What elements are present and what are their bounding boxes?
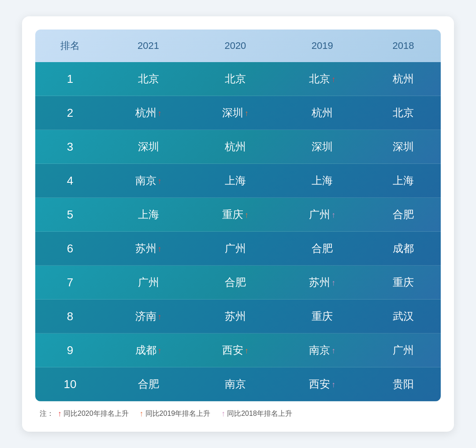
city-cell-y2020: 广州 [192,232,279,266]
col-header-rank: 排名 [35,30,105,62]
table-row: 2杭州↑深圳↑杭州北京 [35,96,441,130]
table-row: 6苏州↑广州合肥成都 [35,232,441,266]
table-row: 9成都↑西安↑南京↑广州 [35,333,441,367]
table-header-row: 排名 2021 2020 2019 2018 [35,30,441,62]
footnote-orange-text: 同比2019年排名上升 [145,409,211,418]
arrow-pink-icon: ↑ [331,380,335,389]
city-cell-y2021: 南京↑ [105,164,192,198]
ranking-table-wrapper: 排名 2021 2020 2019 2018 1北京北京北京↑杭州2杭州↑深圳↑… [35,30,441,401]
arrow-red-icon: ↑ [58,409,62,418]
city-cell-y2021: 济南↑ [105,300,192,333]
arrow-red-icon: ↑ [158,177,162,185]
city-cell-y2020: 合肥 [192,266,279,300]
city-cell-y2018: 杭州 [366,62,441,96]
city-cell-y2019: 南京↑ [279,333,366,367]
rank-cell: 6 [35,232,105,266]
arrow-red-icon: ↑ [158,109,162,118]
city-cell-y2019: 广州↑ [279,198,366,232]
table-row: 3深圳杭州深圳深圳 [35,130,441,164]
city-cell-y2021: 成都↑ [105,333,192,367]
rank-cell: 2 [35,96,105,130]
arrow-orange-icon: ↑ [245,346,249,355]
city-cell-y2019: 重庆 [279,300,366,333]
rank-cell: 1 [35,62,105,96]
arrow-pink-icon: ↑ [331,278,335,287]
city-cell-y2019: 西安↑ [279,367,366,401]
city-cell-y2021: 深圳 [105,130,192,164]
city-cell-y2020: 深圳↑ [192,96,279,130]
city-cell-y2019: 北京↑ [279,62,366,96]
arrow-pink-icon: ↑ [331,346,335,355]
city-cell-y2021: 合肥 [105,367,192,401]
city-cell-y2021: 北京 [105,62,192,96]
table-row: 8济南↑苏州重庆武汉 [35,300,441,333]
city-cell-y2018: 上海 [366,164,441,198]
city-cell-y2019: 苏州↑ [279,266,366,300]
city-cell-y2021: 苏州↑ [105,232,192,266]
city-cell-y2019: 上海 [279,164,366,198]
arrow-pink-icon: ↑ [221,409,225,418]
city-cell-y2018: 深圳 [366,130,441,164]
rank-cell: 5 [35,198,105,232]
city-cell-y2018: 贵阳 [366,367,441,401]
city-cell-y2018: 北京 [366,96,441,130]
city-cell-y2018: 合肥 [366,198,441,232]
footnote-item-orange: ↑ 同比2019年排名上升 [138,409,211,418]
rank-cell: 4 [35,164,105,198]
arrow-red-icon: ↑ [331,75,335,84]
city-cell-y2019: 深圳 [279,130,366,164]
arrow-red-icon: ↑ [158,346,162,355]
city-cell-y2020: 南京 [192,367,279,401]
rank-cell: 9 [35,333,105,367]
ranking-table: 排名 2021 2020 2019 2018 1北京北京北京↑杭州2杭州↑深圳↑… [35,30,441,401]
city-cell-y2021: 上海 [105,198,192,232]
footnote-red-text: 同比2020年排名上升 [63,409,129,418]
city-cell-y2020: 上海 [192,164,279,198]
city-cell-y2018: 重庆 [366,266,441,300]
rank-cell: 10 [35,367,105,401]
main-container: 排名 2021 2020 2019 2018 1北京北京北京↑杭州2杭州↑深圳↑… [22,16,454,432]
table-row: 7广州合肥苏州↑重庆 [35,266,441,300]
rank-cell: 7 [35,266,105,300]
arrow-pink-icon: ↑ [331,211,335,219]
arrow-orange-icon: ↑ [245,109,249,118]
city-cell-y2020: 苏州 [192,300,279,333]
table-row: 4南京↑上海上海上海 [35,164,441,198]
table-row: 10合肥南京西安↑贵阳 [35,367,441,401]
col-header-2021: 2021 [105,30,192,62]
city-cell-y2020: 西安↑ [192,333,279,367]
arrow-red-icon: ↑ [158,244,162,253]
col-header-2018: 2018 [366,30,441,62]
city-cell-y2020: 北京 [192,62,279,96]
footnote: 注： ↑ 同比2020年排名上升 ↑ 同比2019年排名上升 ↑ 同比2018年… [35,409,441,418]
arrow-red-icon: ↑ [158,312,162,321]
col-header-2020: 2020 [192,30,279,62]
city-cell-y2021: 广州 [105,266,192,300]
footnote-pink-text: 同比2018年排名上升 [227,409,292,418]
footnote-item-pink: ↑ 同比2018年排名上升 [220,409,292,418]
city-cell-y2018: 成都 [366,232,441,266]
table-row: 1北京北京北京↑杭州 [35,62,441,96]
arrow-orange-icon: ↑ [140,409,144,418]
city-cell-y2021: 杭州↑ [105,96,192,130]
footnote-prefix: 注： [40,409,54,418]
city-cell-y2018: 武汉 [366,300,441,333]
col-header-2019: 2019 [279,30,366,62]
city-cell-y2020: 重庆↑ [192,198,279,232]
rank-cell: 3 [35,130,105,164]
arrow-orange-icon: ↑ [245,211,249,219]
rank-cell: 8 [35,300,105,333]
city-cell-y2019: 合肥 [279,232,366,266]
city-cell-y2018: 广州 [366,333,441,367]
city-cell-y2019: 杭州 [279,96,366,130]
city-cell-y2020: 杭州 [192,130,279,164]
footnote-item-red: ↑ 同比2020年排名上升 [56,409,129,418]
table-row: 5上海重庆↑广州↑合肥 [35,198,441,232]
